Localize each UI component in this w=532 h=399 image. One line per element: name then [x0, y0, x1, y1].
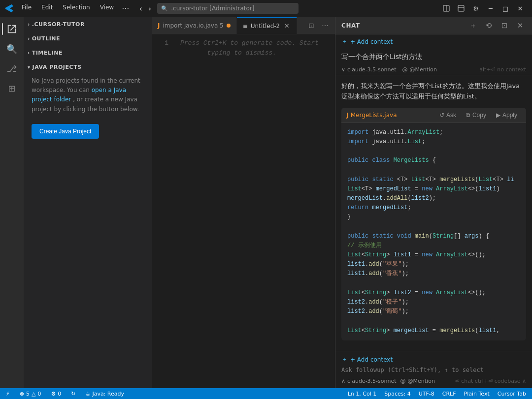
chat-user-message: 写一个合并两个List的方法: [335, 49, 532, 64]
chat-footer-model-selector[interactable]: ∧ claude-3.5-sonnet: [341, 378, 397, 384]
status-spaces[interactable]: Spaces: 4: [382, 391, 412, 397]
model-name: claude-3.5-sonnet: [347, 66, 396, 73]
sidebar-label-outline: OUTLINE: [32, 35, 60, 42]
search-text: .cursor-tutor [Administrator]: [171, 5, 254, 12]
activity-extensions[interactable]: ⊞: [2, 78, 22, 98]
search-icon: 🔍: [161, 5, 168, 12]
code-placeholder: Press Ctrl+K to generate code. Start typ…: [176, 38, 319, 58]
error-icon: ⊗: [20, 391, 24, 397]
code-line-blank1: [347, 147, 520, 156]
svg-rect-2: [458, 5, 464, 11]
tab-bar: J import java.io.java 5 ≡ Untitled-2 ✕ ⊡…: [152, 17, 335, 34]
code-line-merged-decl: List<T> mergedList = new ArrayList<>(lis…: [347, 184, 520, 194]
chat-footer-add-context[interactable]: ＋ + Add context: [341, 355, 526, 364]
chat-footer-mention-btn[interactable]: @ @Mention: [400, 378, 435, 384]
menu-selection[interactable]: Selection: [59, 3, 94, 14]
encoding-text: UTF-8: [419, 391, 434, 397]
warning-count: 0: [37, 391, 41, 397]
code-line-addall: mergedList.addAll(list2);: [347, 194, 520, 203]
chat-footer-bar: ∧ claude-3.5-sonnet @ @Mention ⏎ chat ct…: [341, 375, 526, 384]
chevron-cursor-tutor: [28, 22, 30, 27]
tab-untitled-2[interactable]: ≡ Untitled-2 ✕: [237, 17, 298, 34]
code-line-import2: import java.util.List;: [347, 137, 520, 147]
nav-back[interactable]: ‹: [137, 3, 144, 14]
create-java-project-button[interactable]: Create Java Project: [32, 124, 99, 139]
sidebar-header-java-projects[interactable]: JAVA PROJECTS: [24, 62, 152, 72]
tab-close-untitled-2[interactable]: ✕: [283, 22, 291, 30]
code-ask-btn[interactable]: ↺ Ask: [435, 111, 460, 120]
status-errors[interactable]: ⊗ 5 △ 0: [18, 391, 43, 397]
minimize-btn[interactable]: ─: [484, 1, 498, 15]
menu-edit[interactable]: Edit: [37, 3, 57, 14]
maximize-btn[interactable]: □: [499, 1, 512, 15]
chat-mention-btn[interactable]: @ @Mention: [402, 66, 437, 73]
footer-add-icon: ＋: [341, 355, 347, 364]
status-language[interactable]: Plain Text: [462, 391, 492, 397]
code-copy-btn[interactable]: ⧉ Copy: [462, 111, 490, 120]
activity-source-control[interactable]: ⎇: [2, 59, 22, 78]
status-position[interactable]: Ln 1, Col 1: [346, 391, 379, 397]
code-line-return: return mergedList;: [347, 203, 520, 213]
status-sync[interactable]: ⚙ 0: [49, 391, 63, 397]
menu-file[interactable]: File: [18, 3, 35, 14]
sidebar-section-timeline: TIMELINE: [24, 46, 152, 60]
chat-model-selector[interactable]: ∨ claude-3.5-sonnet: [341, 66, 397, 73]
chat-no-context: alt+⏎ no context: [479, 66, 526, 73]
chat-maximize-btn[interactable]: ⊡: [499, 20, 510, 31]
code-line-close-method: }: [347, 213, 520, 222]
layout-btn-2[interactable]: [454, 1, 468, 15]
tab-import-java[interactable]: J import java.io.java 5: [152, 17, 237, 34]
footer-add-context-label: + Add context: [350, 356, 393, 363]
title-search[interactable]: 🔍 .cursor-tutor [Administrator]: [157, 3, 298, 14]
warning-icon: △: [32, 391, 35, 397]
chat-add-context-bar[interactable]: ＋ + Add context: [335, 34, 532, 49]
chat-messages[interactable]: 好的，我来为您写一个合并两个List的方法。这里我会使用Java泛型来确保这个方…: [335, 75, 532, 351]
nav-forward[interactable]: ›: [146, 3, 153, 14]
status-cloud-sync[interactable]: ↻: [69, 391, 77, 397]
layout-btn-1[interactable]: [439, 1, 453, 15]
position-text: Ln 1, Col 1: [348, 391, 377, 397]
line-number-1: 1: [152, 38, 176, 58]
chevron-java-projects: [28, 64, 31, 70]
mention-label: @Mention: [410, 66, 437, 73]
status-line-ending[interactable]: CRLF: [440, 391, 458, 397]
code-line-method-sig: public static <T> List<T> mergeLists(Lis…: [347, 175, 520, 184]
cloud-sync-icon: ↻: [71, 391, 75, 397]
sidebar-label-timeline: TIMELINE: [32, 50, 63, 56]
chat-footer: ＋ + Add context ∧ claude-3.5-sonnet @ @M…: [335, 351, 532, 388]
settings-btn[interactable]: ⚙: [469, 1, 483, 15]
sidebar-header-cursor-tutor[interactable]: .CURSOR-TUTOR: [24, 19, 152, 30]
sync-icon: ⚙: [51, 391, 56, 397]
close-btn[interactable]: ✕: [513, 1, 527, 15]
tab-more-btn[interactable]: ···: [319, 20, 331, 31]
status-encoding[interactable]: UTF-8: [417, 391, 436, 397]
sidebar-header-timeline[interactable]: TIMELINE: [24, 48, 152, 58]
chat-close-btn[interactable]: ✕: [514, 20, 526, 31]
chat-new-btn[interactable]: ＋: [467, 20, 479, 31]
activity-explorer[interactable]: [2, 19, 22, 39]
status-java[interactable]: ☕ Java: Ready: [84, 391, 126, 397]
status-remote[interactable]: ⚡: [4, 391, 12, 397]
remote-icon: ⚡: [6, 391, 10, 397]
split-editor-btn[interactable]: ⊡: [305, 20, 317, 31]
chat-ai-response-text: 好的，我来为您写一个合并两个List的方法。这里我会使用Java泛型来确保这个方…: [341, 81, 526, 102]
copy-icon: ⧉: [466, 112, 470, 119]
status-cursor-tab[interactable]: Cursor Tab: [496, 391, 528, 397]
code-editor[interactable]: 1 Press Ctrl+K to generate code. Start t…: [152, 34, 335, 388]
java-status-text: Java: Ready: [92, 391, 124, 397]
sidebar-header-outline[interactable]: OUTLINE: [24, 33, 152, 44]
activity-search[interactable]: 🔍: [2, 39, 22, 59]
sidebar-label-java-projects: JAVA PROJECTS: [33, 64, 82, 70]
error-count: 5: [26, 391, 30, 397]
menu-more[interactable]: ···: [120, 3, 131, 14]
code-line-list1-add1: list1.add("苹果");: [347, 260, 520, 269]
chat-followup-input[interactable]: [341, 367, 526, 373]
code-apply-btn[interactable]: ▶ Apply: [492, 111, 521, 120]
line-ending-text: CRLF: [442, 391, 456, 397]
menu-view[interactable]: View: [96, 3, 118, 14]
sidebar-section-java-projects: JAVA PROJECTS No Java projects found in …: [24, 60, 152, 147]
menu-bar: File Edit Selection View ···: [18, 3, 131, 14]
chat-history-btn[interactable]: ⟲: [483, 20, 495, 31]
editor-area: J import java.io.java 5 ≡ Untitled-2 ✕ ⊡…: [152, 17, 335, 388]
chat-panel: CHAT ＋ ⟲ ⊡ ✕ ＋ + Add context 写一个合并两个List…: [335, 17, 532, 388]
